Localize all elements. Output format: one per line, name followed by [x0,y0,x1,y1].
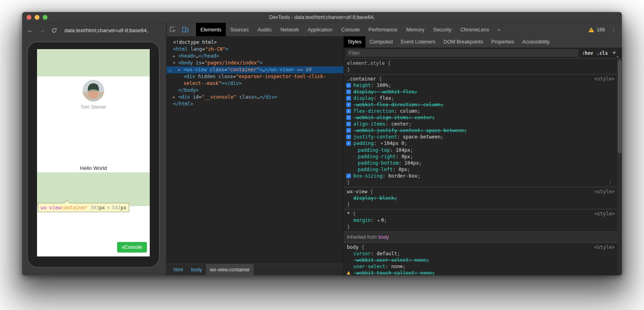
stylesheet-link[interactable]: <style> [594,76,615,82]
property-checkbox[interactable]: ✓ [346,102,351,107]
scrollbar[interactable] [617,59,622,275]
reload-icon[interactable] [51,27,57,33]
new-style-rule-button[interactable]: + [612,49,616,57]
css-property[interactable]: -webkit-user-select: none; [344,257,617,263]
url-text[interactable]: data:text/html;charset=utf-8;base64, [64,27,148,33]
css-property[interactable]: padding-top: 104px; [344,147,617,153]
pseudo-state-toggle[interactable]: :hov [582,50,593,56]
stylesheet-link[interactable]: <style> [594,188,615,195]
property-checkbox[interactable]: ✓ [346,128,351,133]
inherited-from-link[interactable]: body [378,234,389,240]
device-toolbar-icon[interactable] [179,23,192,36]
tab-application[interactable]: Application [303,23,337,36]
css-property[interactable]: ✓display: -webkit-flex; [344,89,617,95]
dom-tree-line[interactable]: <!doctype html> [167,39,343,46]
dom-tree-line[interactable]: <div hidden class="exparser-inspector-to… [167,73,343,80]
property-checkbox[interactable]: ✓ [346,141,351,146]
css-property[interactable]: user-select: none; [344,263,617,270]
css-property[interactable]: ✓-webkit-align-items: center; [344,114,617,121]
css-property[interactable]: ✓box-sizing: border-box; [344,173,617,179]
dom-tree-line[interactable]: </html> [167,101,343,107]
expand-arrow-icon[interactable]: ▶ [173,94,178,101]
css-property[interactable]: ✓padding: ▼104px 0; [344,140,617,147]
css-selector[interactable]: * { [344,211,617,217]
dom-tree-line[interactable]: ▶<head>…</head> [167,53,343,60]
element-class-toggle[interactable]: .cls [597,50,608,56]
inspect-element-icon[interactable] [167,23,179,36]
sidebar-tab-accessibility[interactable]: Accessibility [518,36,554,48]
rule-more-icon[interactable]: ⋮ [608,179,613,185]
expand-arrow-icon[interactable]: ▼ [173,60,178,66]
tab-audits[interactable]: Audits [253,23,276,36]
dom-tree-line[interactable]: </body> [167,87,343,94]
dom-tree-line[interactable]: …▶<wx-view class="container">…</wx-view>… [167,66,343,73]
css-selector[interactable]: body { [344,244,617,250]
breadcrumb-html[interactable]: html [169,264,187,275]
css-property[interactable]: margin: ▶0; [344,217,617,224]
sidebar-tab-dom-breakpoints[interactable]: DOM Breakpoints [440,36,487,48]
css-property[interactable]: ✓justify-content: space-between; [344,134,617,140]
forward-icon[interactable]: → [39,27,45,33]
css-selector[interactable]: .container { [344,76,617,82]
property-semicolon: ; [384,217,387,223]
tab-security[interactable]: Security [429,23,456,36]
scrollbar-thumb[interactable] [618,60,621,153]
vconsole-button[interactable]: vConsole [117,242,147,252]
tab-elements[interactable]: Elements [196,23,226,36]
dom-tree-line[interactable]: select--mask"></div> [167,80,343,87]
property-checkbox[interactable]: ✓ [346,83,351,88]
css-property[interactable]: cursor: default; [344,250,617,257]
tab-memory[interactable]: Memory [402,23,429,36]
devtools-tabs: ElementsSourcesAuditsNetworkApplicationC… [196,23,493,36]
tab-chromelens[interactable]: ChromeLens [456,23,493,36]
css-property[interactable]: ✓display: flex; [344,95,617,101]
property-checkbox[interactable]: ✓ [346,134,351,139]
property-checkbox[interactable]: ✓ [346,115,351,120]
tab-console[interactable]: Console [337,23,364,36]
css-selector[interactable]: wx-view { [344,188,617,195]
css-property[interactable]: ✓height: 100%; [344,82,617,89]
property-colon: : [417,102,423,107]
sidebar-tab-properties[interactable]: Properties [487,36,518,48]
styles-filter-input[interactable] [346,49,578,57]
css-property[interactable]: ✓flex-direction: column; [344,108,617,114]
breadcrumb-body[interactable]: body [187,264,206,275]
stylesheet-link[interactable]: <style> [594,211,615,217]
css-property[interactable]: ✓align-items: center; [344,121,617,127]
tab-network[interactable]: Network [276,23,303,36]
property-checkbox[interactable]: ✓ [346,174,351,178]
back-icon[interactable]: ← [27,27,33,33]
zoom-window-button[interactable] [43,15,47,20]
tab-performance[interactable]: Performance [364,23,402,36]
dom-tree-line[interactable]: ▼<body is="pages/index/index"> [167,60,343,66]
stylesheet-link[interactable]: <style> [594,244,615,250]
sidebar-tab-computed[interactable]: Computed [365,36,397,48]
css-property[interactable]: padding-right: 0px; [344,153,617,160]
devtools-menu-icon[interactable]: ⋮ [608,23,622,36]
warning-badge[interactable]: 166 [585,23,608,36]
css-selector[interactable]: element.style { [344,60,617,66]
property-expand-icon[interactable]: ▶ [378,219,380,222]
tab-sources[interactable]: Sources [226,23,253,36]
close-window-button[interactable] [27,15,31,20]
property-checkbox[interactable]: ✓ [346,96,351,101]
css-property[interactable]: -webkit-touch-callout: none; [344,270,617,275]
property-checkbox[interactable]: ✓ [346,89,351,94]
css-property[interactable]: padding-left: 0px; [344,166,617,173]
css-property[interactable]: ✓-webkit-flex-direction: column; [344,101,617,108]
css-property[interactable]: padding-bottom: 104px; [344,160,617,166]
property-checkbox[interactable]: ✓ [346,109,351,114]
property-expand-icon[interactable]: ▼ [381,142,383,145]
minimize-window-button[interactable] [35,15,39,20]
dom-tree-line[interactable]: <html lang="zh-CN"> [167,46,343,53]
more-tabs-chevron[interactable]: » [493,23,504,36]
css-property[interactable]: display: block; [344,195,617,201]
sidebar-tab-styles[interactable]: Styles [344,36,365,48]
expand-arrow-icon[interactable]: ▶ [173,53,178,60]
sidebar-tab-event-listeners[interactable]: Event Listeners [397,36,440,48]
breadcrumb-wx-view-container[interactable]: wx-view.container [206,264,254,275]
css-property[interactable]: ✓-webkit-justify-content: space-between; [344,127,617,134]
property-checkbox[interactable]: ✓ [346,122,351,126]
expand-arrow-icon[interactable]: ▶ [178,66,184,73]
dom-tree-line[interactable]: ▶<div id="__vconsole" class>…</div> [167,94,343,101]
